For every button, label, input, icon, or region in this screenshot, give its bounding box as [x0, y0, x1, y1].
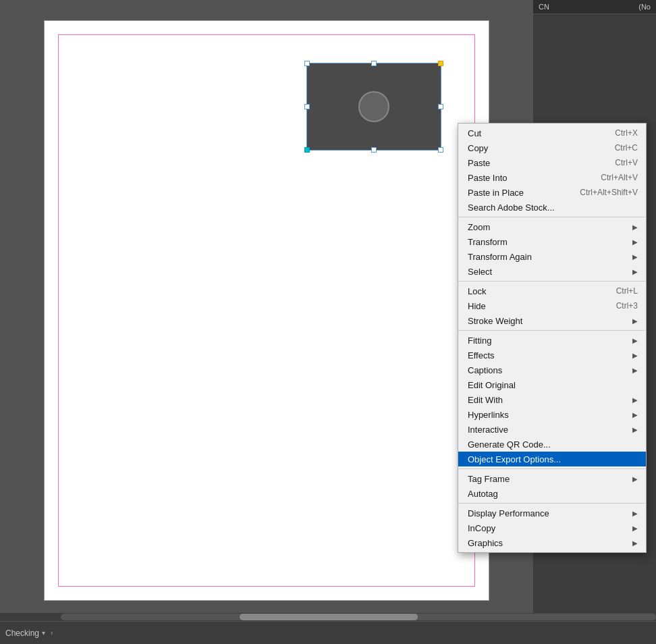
menu-item-arrow-transform-again: ▶ — [632, 253, 638, 261]
page-document — [44, 20, 489, 601]
menu-item-arrow-tag-frame: ▶ — [632, 475, 638, 483]
menu-item-edit-original[interactable]: Edit Original — [458, 377, 646, 392]
menu-item-arrow-hyperlinks: ▶ — [632, 411, 638, 419]
menu-item-label-paste-into: Paste Into — [468, 173, 587, 183]
menu-item-label-interactive: Interactive — [468, 425, 627, 435]
menu-item-arrow-stroke-weight: ▶ — [632, 317, 638, 325]
menu-item-hide[interactable]: HideCtrl+3 — [458, 298, 646, 313]
menu-item-zoom[interactable]: Zoom▶ — [458, 219, 646, 234]
menu-item-object-export-options[interactable]: Object Export Options... — [458, 452, 646, 466]
menu-item-shortcut-hide: Ctrl+3 — [616, 301, 638, 311]
checking-dropdown-arrow[interactable]: ▾ — [42, 629, 45, 637]
menu-divider — [458, 468, 646, 469]
menu-item-label-captions: Captions — [468, 365, 627, 375]
menu-item-tag-frame[interactable]: Tag Frame▶ — [458, 471, 646, 486]
checking-small-arrow: › — [51, 629, 53, 637]
menu-item-arrow-interactive: ▶ — [632, 426, 638, 433]
menu-item-arrow-select: ▶ — [632, 268, 638, 275]
menu-item-arrow-display-performance: ▶ — [632, 510, 638, 517]
menu-item-incopy[interactable]: InCopy▶ — [458, 520, 646, 535]
menu-item-shortcut-paste: Ctrl+V — [615, 158, 638, 167]
panel-title: CN — [539, 3, 549, 11]
menu-item-label-effects: Effects — [468, 350, 627, 360]
menu-item-transform-again[interactable]: Transform Again▶ — [458, 249, 646, 264]
menu-item-paste-in-place[interactable]: Paste in PlaceCtrl+Alt+Shift+V — [458, 185, 646, 200]
handle-top-right[interactable] — [438, 61, 443, 66]
handle-bottom-right[interactable] — [438, 147, 443, 153]
menu-item-label-lock: Lock — [468, 286, 603, 296]
menu-item-label-edit-original: Edit Original — [468, 380, 638, 390]
menu-item-label-select: Select — [468, 267, 627, 277]
handle-middle-right[interactable] — [438, 104, 443, 109]
handle-middle-left[interactable] — [304, 104, 310, 109]
menu-item-shortcut-lock: Ctrl+L — [616, 286, 638, 296]
menu-item-arrow-effects: ▶ — [632, 352, 638, 359]
context-menu: CutCtrl+XCopyCtrl+CPasteCtrl+VPaste Into… — [458, 123, 647, 553]
menu-item-arrow-captions: ▶ — [632, 367, 638, 374]
menu-divider — [458, 503, 646, 504]
menu-item-stroke-weight[interactable]: Stroke Weight▶ — [458, 313, 646, 328]
menu-item-select[interactable]: Select▶ — [458, 264, 646, 279]
menu-item-label-generate-qr-code: Generate QR Code... — [468, 439, 638, 450]
menu-item-label-search-adobe-stock: Search Adobe Stock... — [468, 203, 638, 213]
menu-item-copy[interactable]: CopyCtrl+C — [458, 140, 646, 155]
menu-item-fitting[interactable]: Fitting▶ — [458, 333, 646, 348]
menu-item-label-fitting: Fitting — [468, 336, 627, 346]
canvas-area — [0, 0, 533, 621]
menu-item-label-object-export-options: Object Export Options... — [468, 454, 638, 464]
menu-item-label-hide: Hide — [468, 301, 603, 311]
checking-label: Checking — [5, 628, 39, 638]
menu-divider — [458, 281, 646, 281]
menu-item-label-copy: Copy — [468, 143, 601, 153]
menu-item-label-autotag: Autotag — [468, 489, 638, 499]
menu-item-edit-with[interactable]: Edit With▶ — [458, 392, 646, 407]
menu-item-label-transform: Transform — [468, 237, 627, 247]
selected-object[interactable] — [306, 63, 441, 151]
menu-item-label-hyperlinks: Hyperlinks — [468, 410, 627, 420]
menu-item-graphics[interactable]: Graphics▶ — [458, 535, 646, 550]
menu-item-label-graphics: Graphics — [468, 538, 627, 548]
object-frame — [306, 63, 441, 151]
scrollbar-area — [0, 613, 656, 621]
menu-item-search-adobe-stock[interactable]: Search Adobe Stock... — [458, 200, 646, 215]
scrollbar-track[interactable] — [61, 614, 656, 620]
status-checking: Checking ▾ › — [5, 628, 53, 638]
menu-divider — [458, 217, 646, 217]
menu-item-arrow-edit-with: ▶ — [632, 396, 638, 404]
menu-item-shortcut-paste-in-place: Ctrl+Alt+Shift+V — [580, 188, 638, 197]
panel-header: CN (No — [533, 0, 656, 14]
menu-item-arrow-zoom: ▶ — [632, 223, 638, 231]
menu-item-arrow-graphics: ▶ — [632, 539, 638, 547]
menu-divider — [458, 330, 646, 331]
menu-item-paste[interactable]: PasteCtrl+V — [458, 155, 646, 170]
object-circle — [358, 91, 389, 122]
status-bar: Checking ▾ › — [0, 621, 656, 644]
handle-bottom-left[interactable] — [304, 147, 310, 153]
menu-item-arrow-incopy: ▶ — [632, 525, 638, 532]
menu-item-display-performance[interactable]: Display Performance▶ — [458, 506, 646, 520]
menu-item-label-transform-again: Transform Again — [468, 252, 627, 262]
scrollbar-thumb[interactable] — [240, 614, 418, 620]
menu-item-autotag[interactable]: Autotag — [458, 486, 646, 501]
menu-item-shortcut-paste-into: Ctrl+Alt+V — [601, 173, 638, 182]
menu-item-paste-into[interactable]: Paste IntoCtrl+Alt+V — [458, 170, 646, 185]
menu-item-hyperlinks[interactable]: Hyperlinks▶ — [458, 407, 646, 422]
menu-item-transform[interactable]: Transform▶ — [458, 234, 646, 249]
menu-item-label-zoom: Zoom — [468, 222, 627, 232]
menu-item-generate-qr-code[interactable]: Generate QR Code... — [458, 437, 646, 452]
menu-item-lock[interactable]: LockCtrl+L — [458, 284, 646, 298]
menu-item-label-incopy: InCopy — [468, 523, 627, 533]
menu-item-effects[interactable]: Effects▶ — [458, 348, 646, 363]
handle-bottom-center[interactable] — [371, 147, 377, 153]
menu-item-label-edit-with: Edit With — [468, 395, 627, 405]
menu-item-cut[interactable]: CutCtrl+X — [458, 126, 646, 140]
menu-item-captions[interactable]: Captions▶ — [458, 363, 646, 377]
menu-item-arrow-fitting: ▶ — [632, 337, 638, 344]
menu-item-shortcut-cut: Ctrl+X — [615, 128, 638, 138]
menu-item-label-stroke-weight: Stroke Weight — [468, 316, 627, 326]
menu-item-interactive[interactable]: Interactive▶ — [458, 422, 646, 437]
handle-top-left[interactable] — [304, 61, 310, 66]
menu-item-label-paste: Paste — [468, 158, 601, 168]
menu-item-label-display-performance: Display Performance — [468, 508, 627, 518]
handle-top-center[interactable] — [371, 61, 377, 66]
